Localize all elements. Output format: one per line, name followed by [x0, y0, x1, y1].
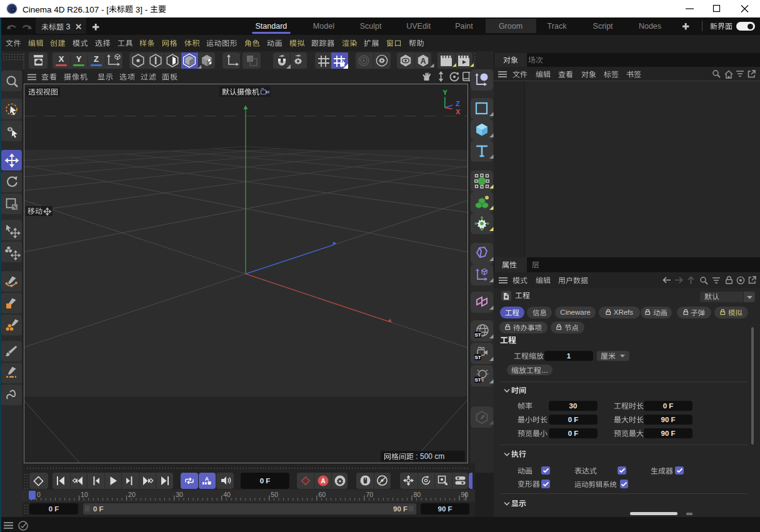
svg-text:ST: ST — [474, 332, 481, 338]
svg-text:Y: Y — [443, 89, 448, 96]
svg-text:Z: Z — [456, 100, 460, 107]
svg-text:A: A — [321, 477, 326, 485]
svg-text:ST: ST — [474, 377, 481, 383]
svg-text:A: A — [205, 476, 209, 482]
svg-text:X: X — [456, 108, 461, 116]
svg-text:A: A — [420, 57, 426, 66]
svg-text:ST: ST — [474, 355, 481, 360]
